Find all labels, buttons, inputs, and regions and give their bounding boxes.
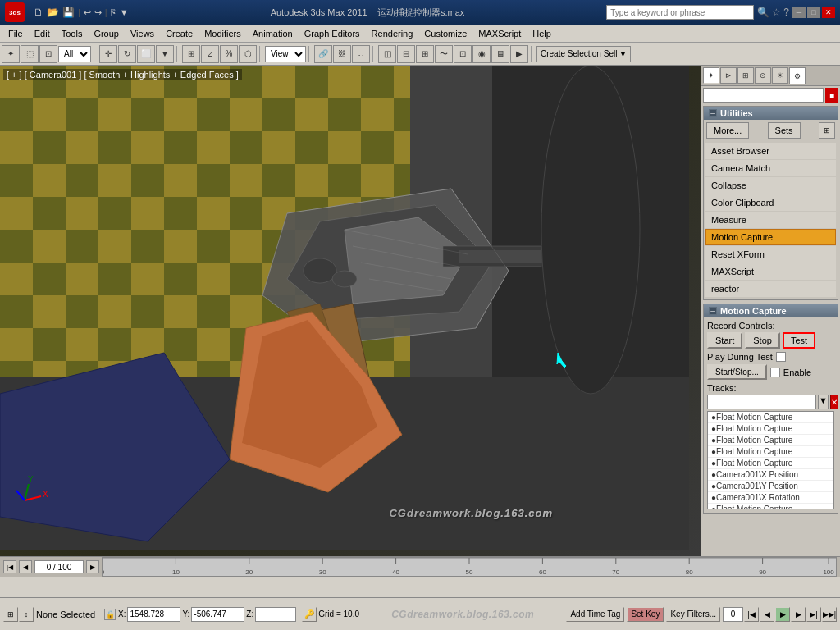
menu-file[interactable]: File bbox=[3, 27, 28, 40]
key-icon[interactable]: 🔑 bbox=[302, 607, 317, 622]
start-stop-button[interactable]: Start/Stop... bbox=[707, 364, 767, 380]
play-during-test-checkbox[interactable] bbox=[776, 352, 786, 362]
filter-select[interactable]: All bbox=[58, 46, 91, 62]
panel-tab-motion[interactable]: ⊙ bbox=[755, 67, 771, 84]
util-motion-capture[interactable]: Motion Capture bbox=[705, 229, 836, 245]
save-icon[interactable]: 💾 bbox=[62, 7, 75, 18]
info-icon[interactable]: ? bbox=[783, 7, 789, 18]
arrow-icon[interactable]: ▼ bbox=[120, 7, 129, 17]
scale-dd-btn[interactable]: ▼ bbox=[156, 45, 174, 63]
statusbar-icon-1[interactable]: ⊞ bbox=[3, 607, 18, 622]
search-box[interactable] bbox=[606, 5, 754, 20]
x-input[interactable] bbox=[127, 607, 180, 622]
frame-number-input[interactable] bbox=[723, 607, 743, 622]
create-selection-btn[interactable]: Create Selection Sell ▼ bbox=[536, 46, 631, 62]
panel-search-input[interactable] bbox=[703, 88, 824, 103]
bind-space-btn[interactable]: ∷ bbox=[352, 45, 370, 63]
curve-editor-btn[interactable]: 〜 bbox=[435, 45, 453, 63]
util-maxscript[interactable]: MAXScript bbox=[705, 263, 836, 280]
align-btn[interactable]: ⊟ bbox=[397, 45, 415, 63]
viewport[interactable]: [ + ] [ Camera001 ] [ Smooth + Highlight… bbox=[0, 66, 701, 556]
statusbar-icon-2[interactable]: ↕ bbox=[19, 607, 34, 622]
unlink-btn[interactable]: ⛓ bbox=[333, 45, 351, 63]
menu-modifiers[interactable]: Modifiers bbox=[199, 27, 246, 40]
utilities-collapse-btn[interactable]: ─ bbox=[709, 109, 717, 117]
bookmark-icon[interactable]: ☆ bbox=[772, 7, 781, 18]
tracks-clear-btn[interactable]: ✕ bbox=[830, 395, 838, 409]
next-frame-btn[interactable]: ▶ bbox=[791, 607, 806, 622]
spinner-snap-btn[interactable]: ⬡ bbox=[239, 45, 257, 63]
util-asset-browser[interactable]: Asset Browser bbox=[705, 143, 836, 159]
scale-btn[interactable]: ⬜ bbox=[137, 45, 155, 63]
util-color-clipboard[interactable]: Color Clipboard bbox=[705, 194, 836, 211]
tracks-dropdown-btn[interactable]: ▼ bbox=[818, 395, 829, 409]
track-item[interactable]: ●Float Motion Capture bbox=[708, 435, 833, 446]
timeline-ruler[interactable]: 0 10 20 30 40 50 60 70 80 90 1 bbox=[102, 557, 837, 577]
selection-lock-btn[interactable]: 🔒 bbox=[104, 609, 116, 620]
next-key-btn[interactable]: ▶| bbox=[806, 607, 821, 622]
play-btn[interactable]: ▶ bbox=[775, 607, 790, 622]
stop-button[interactable]: Stop bbox=[745, 332, 780, 349]
percent-snap-btn[interactable]: % bbox=[220, 45, 238, 63]
search-input[interactable] bbox=[610, 8, 750, 17]
motion-capture-header[interactable]: ─ Motion Capture bbox=[704, 304, 838, 317]
tl-frame-display[interactable]: 0 / 100 bbox=[34, 560, 84, 573]
schematic-btn[interactable]: ⊡ bbox=[454, 45, 472, 63]
util-collapse[interactable]: Collapse bbox=[705, 177, 836, 194]
start-button[interactable]: Start bbox=[707, 332, 742, 349]
util-reactor[interactable]: reactor bbox=[705, 281, 836, 297]
menu-tools[interactable]: Tools bbox=[57, 27, 88, 40]
tl-next-frame-btn[interactable]: ▶ bbox=[86, 560, 99, 573]
menu-views[interactable]: Views bbox=[126, 27, 159, 40]
create-sel-dd[interactable]: ▼ bbox=[619, 49, 627, 58]
track-item[interactable]: ●Camera001\Y Position bbox=[708, 481, 833, 492]
menu-help[interactable]: Help bbox=[527, 27, 556, 40]
menu-rendering[interactable]: Rendering bbox=[367, 27, 418, 40]
tl-prev-key-btn[interactable]: |◀ bbox=[3, 560, 16, 573]
link-btn[interactable]: 🔗 bbox=[314, 45, 332, 63]
key-filters-button[interactable]: Key Filters... bbox=[666, 607, 720, 622]
menu-maxscript[interactable]: MAXScript bbox=[473, 27, 526, 40]
angle-snap-btn[interactable]: ⊿ bbox=[201, 45, 219, 63]
set-key-button[interactable]: Set Key bbox=[627, 607, 664, 622]
sets-icon-btn[interactable]: ⊞ bbox=[819, 122, 835, 139]
redo-icon[interactable]: ↪ bbox=[94, 7, 102, 18]
minimize-button[interactable]: ─ bbox=[792, 7, 806, 18]
undo-icon[interactable]: ↩ bbox=[84, 7, 91, 18]
test-button[interactable]: Test bbox=[783, 332, 815, 349]
select-move-btn[interactable]: ✛ bbox=[99, 45, 117, 63]
layer-btn[interactable]: ⊞ bbox=[416, 45, 434, 63]
material-btn[interactable]: ◉ bbox=[472, 45, 491, 63]
menu-customize[interactable]: Customize bbox=[419, 27, 472, 40]
render-btn[interactable]: ▶ bbox=[510, 45, 528, 63]
util-reset-xform[interactable]: Reset XForm bbox=[705, 246, 836, 262]
track-item[interactable]: ●Float Motion Capture bbox=[708, 423, 833, 435]
track-item[interactable]: ●Camera001\X Position bbox=[708, 469, 833, 481]
render-setup-btn[interactable]: 🖥 bbox=[491, 45, 509, 63]
utilities-header[interactable]: ─ Utilities bbox=[704, 107, 838, 120]
tl-prev-frame-btn[interactable]: ◀ bbox=[19, 560, 32, 573]
panel-tab-hierarchy[interactable]: ⊞ bbox=[737, 67, 754, 84]
end-btn[interactable]: ▶▶| bbox=[822, 607, 837, 622]
z-input[interactable] bbox=[255, 607, 296, 622]
y-input[interactable] bbox=[191, 607, 244, 622]
rotate-btn[interactable]: ↻ bbox=[118, 45, 136, 63]
track-item[interactable]: ●Float Motion Capture bbox=[708, 458, 833, 469]
prev-key-btn[interactable]: |◀ bbox=[744, 607, 759, 622]
menu-animation[interactable]: Animation bbox=[248, 27, 298, 40]
track-item[interactable]: ●Float Motion Capture bbox=[708, 412, 833, 423]
menu-group[interactable]: Group bbox=[89, 27, 124, 40]
add-time-tag-button[interactable]: Add Time Tag bbox=[566, 607, 624, 622]
tracks-input[interactable] bbox=[707, 395, 816, 409]
open-icon[interactable]: 📂 bbox=[47, 7, 59, 18]
menu-create[interactable]: Create bbox=[161, 27, 198, 40]
panel-tab-utilities[interactable]: ⚙ bbox=[789, 67, 806, 84]
prev-frame-btn[interactable]: ◀ bbox=[760, 607, 774, 622]
panel-search-clear[interactable]: ■ bbox=[825, 88, 838, 103]
view-select[interactable]: View bbox=[265, 46, 306, 62]
panel-tab-display[interactable]: ☀ bbox=[772, 67, 788, 84]
panel-tab-modify[interactable]: ⊳ bbox=[720, 67, 737, 84]
copy-icon[interactable]: ⎘ bbox=[111, 7, 116, 17]
snap-btn[interactable]: ⊞ bbox=[182, 45, 200, 63]
viewport-canvas[interactable]: X Y CGdreamwork.blog.163.com bbox=[0, 66, 701, 556]
